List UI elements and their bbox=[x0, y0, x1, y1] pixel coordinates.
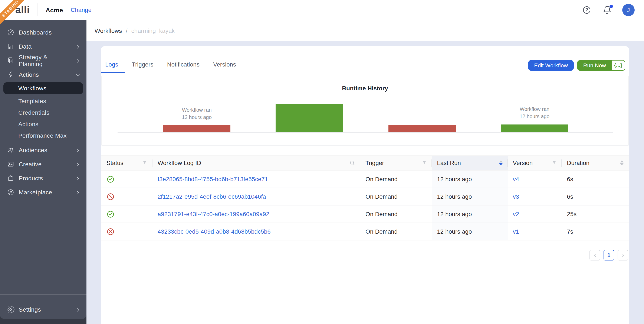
chevron-right-icon bbox=[76, 161, 80, 166]
sidebar-item-label: Products bbox=[19, 175, 71, 181]
log-id-link[interactable]: a9231791-e43f-47c0-a0ec-199a60a09a92 bbox=[158, 211, 270, 217]
last-run-cell: 12 hours ago bbox=[432, 188, 508, 205]
sidebar-item-label: Creative bbox=[19, 161, 71, 167]
app: STAGING alli Acme Change J Dashboards Da… bbox=[0, 0, 644, 324]
bar-chart-icon bbox=[7, 43, 14, 50]
top-bar: STAGING alli Acme Change J bbox=[0, 0, 644, 20]
trigger-cell: On Demand bbox=[360, 205, 432, 222]
version-link[interactable]: v1 bbox=[513, 228, 519, 235]
sidebar: Dashboards Data Strategy & Planning Acti… bbox=[0, 20, 86, 319]
trigger-cell: On Demand bbox=[360, 223, 432, 240]
sidebar-item-label: Audiences bbox=[19, 146, 71, 153]
column-header-status[interactable]: Status bbox=[101, 156, 152, 170]
column-header-log-id[interactable]: Workflow Log ID bbox=[152, 156, 360, 170]
chevron-right-icon bbox=[76, 58, 80, 63]
tab-logs[interactable]: Logs bbox=[101, 61, 125, 73]
run-now-split-button: Run Now {...} bbox=[577, 60, 625, 71]
log-id-link[interactable]: 2f1217a2-e95d-4eef-8cb6-ec69ab1046fa bbox=[158, 193, 266, 200]
bag-icon bbox=[7, 174, 14, 182]
last-run-cell: 12 hours ago bbox=[432, 171, 508, 188]
tab-notifications[interactable]: Notifications bbox=[160, 61, 206, 73]
trigger-cell: On Demand bbox=[360, 188, 432, 205]
help-icon[interactable] bbox=[582, 5, 591, 14]
log-id-link[interactable]: 43233cbc-0ed5-409d-a0b8-4d68b5bdc5b6 bbox=[158, 228, 271, 235]
sidebar-item-label: Settings bbox=[19, 306, 71, 313]
sidebar-item-strategy-planning[interactable]: Strategy & Planning bbox=[0, 53, 86, 67]
sidebar-item-settings[interactable]: Settings bbox=[0, 300, 86, 319]
sidebar-item-products[interactable]: Products bbox=[0, 171, 86, 185]
sidebar-item-label: Actions bbox=[19, 71, 71, 78]
sort-icon[interactable] bbox=[499, 160, 502, 165]
version-link[interactable]: v2 bbox=[513, 211, 519, 217]
sidebar-subitem-actions[interactable]: Actions bbox=[0, 118, 86, 130]
account-name: Acme bbox=[46, 6, 63, 14]
status-success-icon bbox=[106, 175, 114, 183]
run-with-params-button[interactable]: {...} bbox=[612, 60, 625, 70]
image-icon bbox=[7, 160, 14, 168]
filter-icon[interactable] bbox=[142, 160, 147, 165]
sidebar-item-data[interactable]: Data bbox=[0, 39, 86, 53]
notification-badge bbox=[609, 4, 613, 8]
workflow-card: Logs Triggers Notifications Versions Edi… bbox=[101, 46, 629, 324]
sidebar-item-audiences[interactable]: Audiences bbox=[0, 143, 86, 157]
column-header-version[interactable]: Version bbox=[508, 156, 562, 170]
runtime-history-chart: Runtime History Workflow ran 12 hours ag… bbox=[101, 76, 629, 146]
tab-triggers[interactable]: Triggers bbox=[125, 61, 160, 73]
sidebar-item-creative[interactable]: Creative bbox=[0, 157, 86, 171]
version-link[interactable]: v4 bbox=[513, 176, 519, 182]
sidebar-rail: Dashboards Data Strategy & Planning Acti… bbox=[0, 20, 86, 324]
table-row: f3e28065-8bd8-4755-bd6b-b713fe55ce71 On … bbox=[101, 171, 629, 188]
table-row: 2f1217a2-e95d-4eef-8cb6-ec69ab1046fa On … bbox=[101, 188, 629, 205]
sidebar-item-marketplace[interactable]: Marketplace bbox=[0, 185, 86, 199]
filter-icon[interactable] bbox=[422, 160, 427, 165]
next-page-button[interactable] bbox=[618, 250, 628, 260]
table-row: 43233cbc-0ed5-409d-a0b8-4d68b5bdc5b6 On … bbox=[101, 223, 629, 240]
bar-annotation: Workflow ran 12 hours ago bbox=[163, 107, 231, 121]
chevron-right-icon bbox=[76, 44, 80, 49]
chevron-right-icon bbox=[76, 147, 80, 152]
log-id-link[interactable]: f3e28065-8bd8-4755-bd6b-b713fe55ce71 bbox=[158, 176, 268, 182]
runtime-bar[interactable] bbox=[276, 104, 343, 132]
status-cancelled-icon bbox=[106, 192, 114, 201]
search-icon[interactable] bbox=[349, 160, 355, 166]
sidebar-item-label: Data bbox=[19, 43, 71, 50]
status-failed-icon bbox=[106, 227, 114, 235]
pagination: 1 bbox=[102, 250, 628, 260]
avatar[interactable]: J bbox=[622, 4, 635, 16]
sidebar-subitem-workflows[interactable]: Workflows bbox=[4, 82, 83, 94]
edit-workflow-button[interactable]: Edit Workflow bbox=[528, 60, 574, 71]
chart-title: Runtime History bbox=[102, 85, 628, 92]
sidebar-subitem-templates[interactable]: Templates bbox=[0, 95, 86, 107]
duration-cell: 6s bbox=[562, 188, 629, 205]
change-account-link[interactable]: Change bbox=[71, 7, 92, 13]
run-now-button[interactable]: Run Now bbox=[578, 60, 612, 70]
chevron-right-icon bbox=[76, 189, 80, 195]
runtime-bar[interactable] bbox=[163, 125, 230, 132]
tab-versions[interactable]: Versions bbox=[206, 61, 243, 73]
page-1-button[interactable]: 1 bbox=[604, 250, 614, 260]
sidebar-subitem-credentials[interactable]: Credentials bbox=[0, 107, 86, 118]
breadcrumb-separator: / bbox=[126, 27, 128, 34]
runtime-bar[interactable] bbox=[501, 125, 568, 132]
bar-annotation: Workflow ran 12 hours ago bbox=[500, 106, 568, 120]
sidebar-item-actions[interactable]: Actions bbox=[0, 67, 86, 81]
column-header-trigger[interactable]: Trigger bbox=[360, 156, 432, 170]
status-success-icon bbox=[106, 210, 114, 218]
prev-page-button[interactable] bbox=[590, 250, 600, 260]
column-header-duration[interactable]: Duration bbox=[562, 156, 629, 170]
trigger-cell: On Demand bbox=[360, 171, 432, 188]
clipboard-icon bbox=[7, 57, 14, 64]
sort-icon[interactable] bbox=[620, 160, 624, 165]
runtime-bar[interactable] bbox=[388, 125, 456, 132]
sidebar-subitem-performance-max[interactable]: Performance Max bbox=[0, 130, 86, 141]
notifications-bell-icon[interactable] bbox=[603, 5, 612, 14]
last-run-cell: 12 hours ago bbox=[432, 205, 508, 222]
duration-cell: 25s bbox=[562, 205, 629, 222]
breadcrumb-workflows-link[interactable]: Workflows bbox=[94, 27, 122, 34]
sidebar-item-dashboards[interactable]: Dashboards bbox=[0, 25, 86, 39]
version-link[interactable]: v3 bbox=[513, 193, 519, 200]
column-header-last-run[interactable]: Last Run bbox=[432, 156, 508, 170]
chevron-right-icon bbox=[76, 175, 80, 181]
dashboard-icon bbox=[7, 28, 14, 36]
filter-icon[interactable] bbox=[552, 160, 557, 165]
